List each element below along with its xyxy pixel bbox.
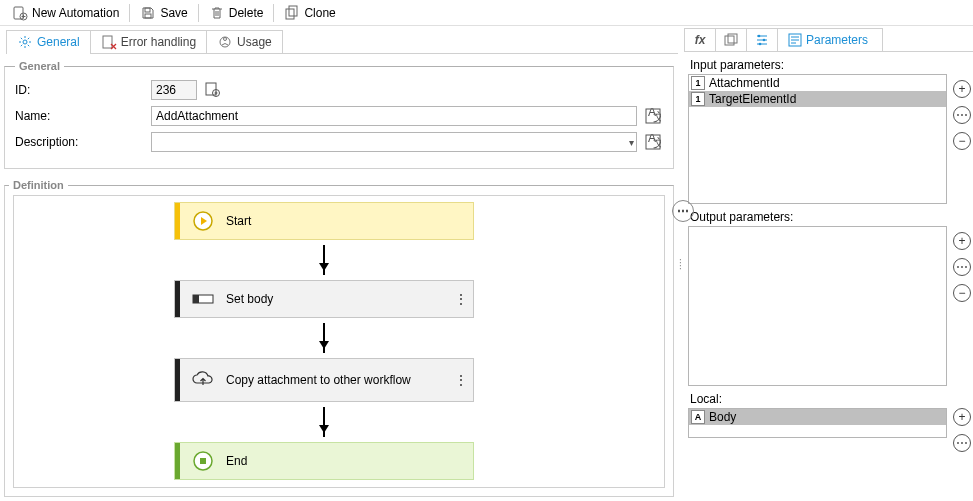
delete-label: Delete (229, 6, 264, 20)
desc-combo[interactable]: ▾ (151, 132, 637, 152)
chevron-down-icon: ▾ (629, 137, 634, 148)
grip-icon: ···· (679, 258, 683, 270)
output-params-title: Output parameters: (690, 210, 971, 224)
svg-rect-7 (103, 36, 112, 48)
svg-point-26 (758, 35, 761, 38)
param-type-badge: 1 (691, 92, 705, 106)
right-tabs: fx Parameters (684, 28, 973, 52)
end-label: End (226, 454, 473, 468)
svg-rect-2 (145, 8, 150, 12)
node-more-button[interactable]: ⋮ (449, 296, 473, 302)
rtab-list[interactable] (746, 28, 778, 51)
node-copy-attachment[interactable]: Copy attachment to other workflow ⋮ (174, 358, 474, 402)
set-body-label: Set body (226, 292, 449, 306)
output-more-button[interactable]: ⋯ (953, 258, 971, 276)
separator (273, 4, 274, 22)
cloud-upload-icon (180, 370, 226, 390)
save-label: Save (160, 6, 187, 20)
save-button[interactable]: Save (132, 3, 195, 23)
name-translate-button[interactable]: A文 (643, 106, 663, 126)
separator (129, 4, 130, 22)
input-remove-button[interactable]: − (953, 132, 971, 150)
rtab-fx[interactable]: fx (684, 28, 716, 51)
svg-rect-24 (725, 36, 734, 45)
general-fieldset: General ID: Name: A文 Description: ▾ A文 (4, 60, 674, 169)
param-row[interactable]: 1 AttachmentId (689, 75, 946, 91)
tab-usage[interactable]: Usage (206, 30, 283, 53)
rtab-parameters[interactable]: Parameters (777, 28, 883, 51)
gear-icon (17, 34, 33, 50)
node-start[interactable]: Start (174, 202, 474, 240)
clone-button[interactable]: Clone (276, 3, 343, 23)
plus-icon: + (958, 83, 965, 95)
output-remove-button[interactable]: − (953, 284, 971, 302)
left-tabs: General Error handling Usage (6, 30, 678, 54)
clone-label: Clone (304, 6, 335, 20)
general-legend: General (15, 60, 64, 72)
node-end[interactable]: End (174, 442, 474, 480)
desc-label: Description: (15, 135, 145, 149)
start-label: Start (226, 214, 473, 228)
id-settings-button[interactable] (203, 80, 223, 100)
svg-point-9 (224, 38, 227, 41)
name-input[interactable] (151, 106, 637, 126)
desc-translate-button[interactable]: A文 (643, 132, 663, 152)
input-add-button[interactable]: + (953, 80, 971, 98)
svg-point-27 (763, 39, 766, 42)
input-params-title: Input parameters: (690, 58, 971, 72)
new-automation-button[interactable]: New Automation (4, 3, 127, 23)
top-toolbar: New Automation Save Delete Clone (0, 0, 973, 26)
param-type-badge: A (691, 410, 705, 424)
workflow-canvas[interactable]: ⋯ Start Set bod (13, 195, 665, 488)
local-add-button[interactable]: + (953, 408, 971, 426)
copy-label: Copy attachment to other workflow (226, 373, 449, 387)
tab-error-handling[interactable]: Error handling (90, 30, 207, 53)
svg-text:文: 文 (653, 136, 661, 150)
node-more-button[interactable]: ⋮ (449, 377, 473, 383)
play-icon (180, 210, 226, 232)
param-row[interactable]: A Body (689, 409, 946, 425)
svg-rect-4 (286, 9, 294, 19)
separator (198, 4, 199, 22)
local-more-button[interactable]: ⋯ (953, 434, 971, 452)
new-automation-icon (12, 5, 28, 21)
output-add-button[interactable]: + (953, 232, 971, 250)
input-more-button[interactable]: ⋯ (953, 106, 971, 124)
minus-icon: − (958, 287, 965, 299)
svg-rect-23 (200, 458, 206, 464)
param-name: AttachmentId (709, 76, 780, 90)
param-row[interactable]: 1 TargetElementId (689, 91, 946, 107)
svg-point-8 (220, 37, 230, 47)
minus-icon: − (958, 135, 965, 147)
plus-icon: + (958, 235, 965, 247)
local-params-list[interactable]: A Body (688, 408, 947, 438)
error-handling-icon (101, 34, 117, 50)
node-set-body[interactable]: Set body ⋮ (174, 280, 474, 318)
rtab-copy[interactable] (715, 28, 747, 51)
ellipsis-icon: ⋯ (956, 109, 968, 121)
save-icon (140, 5, 156, 21)
name-label: Name: (15, 109, 145, 123)
svg-text:文: 文 (653, 110, 661, 124)
definition-fieldset: Definition ⋯ Start (4, 179, 674, 497)
new-automation-label: New Automation (32, 6, 119, 20)
output-params-list[interactable] (688, 226, 947, 386)
definition-legend: Definition (9, 179, 68, 191)
svg-point-28 (759, 43, 762, 46)
sliders-icon (755, 33, 769, 47)
arrow-icon (323, 323, 325, 353)
tab-error-label: Error handling (121, 35, 196, 49)
tab-general-label: General (37, 35, 80, 49)
input-params-list[interactable]: 1 AttachmentId 1 TargetElementId (688, 74, 947, 204)
canvas-more-button[interactable]: ⋯ (672, 200, 694, 222)
clone-icon (284, 5, 300, 21)
svg-rect-10 (206, 83, 216, 95)
id-label: ID: (15, 83, 145, 97)
svg-rect-21 (193, 295, 199, 303)
param-type-badge: 1 (691, 76, 705, 90)
usage-icon (217, 34, 233, 50)
delete-button[interactable]: Delete (201, 3, 272, 23)
stop-icon (180, 450, 226, 472)
svg-rect-25 (728, 34, 737, 43)
tab-general[interactable]: General (6, 30, 91, 53)
